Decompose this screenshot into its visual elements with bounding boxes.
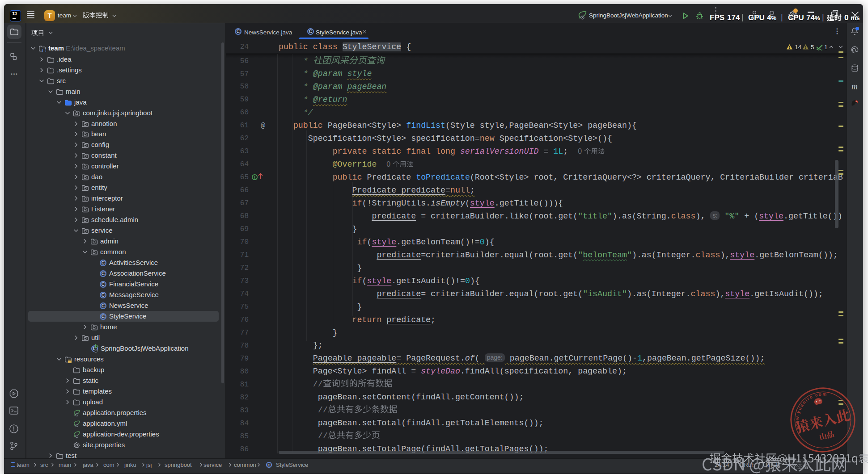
svg-text:www.yuanirc.com: www.yuanirc.com — [788, 390, 834, 430]
